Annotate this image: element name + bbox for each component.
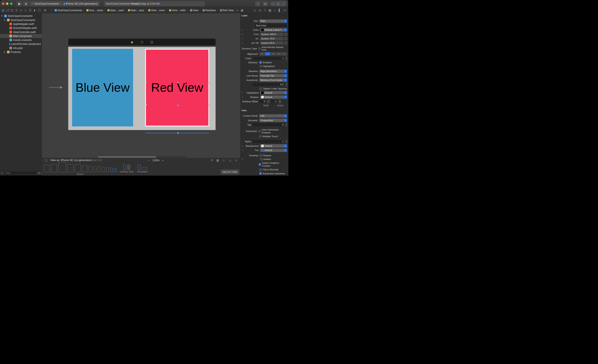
view-as-label[interactable]: View as: iPhone SE (1st generation) (wC … xyxy=(50,159,102,162)
text-type-dropdown[interactable]: Plain xyxy=(259,19,287,23)
zoom-out-button[interactable]: − xyxy=(148,159,150,162)
file-item[interactable]: AppDelegate.swift xyxy=(0,22,42,26)
semantic-dropdown[interactable]: Unspecified xyxy=(259,119,287,122)
enabled-checkbox[interactable] xyxy=(259,61,262,64)
red-view-selected[interactable]: Red View xyxy=(145,49,209,126)
content-mode-dropdown[interactable]: Left xyxy=(259,114,287,117)
toggle-debug[interactable]: ▢ xyxy=(275,1,281,6)
exit-icon[interactable]: ◫ xyxy=(150,40,154,44)
text-content-input[interactable] xyxy=(255,24,287,27)
close-window[interactable] xyxy=(2,2,5,5)
file-inspector-icon[interactable]: ▯ xyxy=(253,8,257,12)
stop-button[interactable]: ■ xyxy=(23,1,29,6)
resolve-icon[interactable]: △ xyxy=(228,158,232,162)
file-item[interactable]: Info.plist xyxy=(0,46,42,50)
file-item[interactable]: LaunchScreen.storyboard xyxy=(0,42,42,46)
align-icon[interactable]: ▦ xyxy=(216,158,219,162)
group-folder[interactable]: ▾SizeClassConstraints xyxy=(0,18,42,22)
cgc-checkbox[interactable] xyxy=(258,163,261,166)
bg-dropdown[interactable]: Default xyxy=(260,144,287,147)
test-navigator-icon[interactable]: ◇ xyxy=(24,8,27,12)
library-button[interactable]: + xyxy=(255,1,261,6)
source-control-icon[interactable]: ⎇ xyxy=(6,8,9,12)
blue-view[interactable]: Blue View xyxy=(72,49,133,126)
project-root[interactable]: ▾SizeClassConstraints xyxy=(0,14,42,18)
handle[interactable] xyxy=(177,82,178,83)
code-review-button[interactable]: ⇄ xyxy=(263,1,268,6)
identity-inspector-icon[interactable]: ▦ xyxy=(268,8,272,12)
breakpoint-navigator-icon[interactable]: ◗ xyxy=(33,8,37,12)
uie-checkbox[interactable] xyxy=(258,130,261,133)
alignment-segmented[interactable]: ≡≡≡≡--- xyxy=(259,52,287,55)
file-item-selected[interactable]: Main.storyboard xyxy=(0,34,42,38)
products-folder[interactable]: ▸Products xyxy=(0,50,42,54)
highlighted-checkbox[interactable] xyxy=(259,65,262,67)
hc-font-field[interactable]: System 70.0 xyxy=(260,37,283,40)
lines-input[interactable] xyxy=(252,57,285,60)
minimize-window[interactable] xyxy=(6,2,8,5)
zoom-in-button[interactable]: + xyxy=(162,159,164,162)
tag-input[interactable] xyxy=(252,123,285,126)
pin-icon[interactable]: ⊢ xyxy=(222,158,226,162)
scheme-selector[interactable]: ✦ SizeClassConstraints 〉 ▮ iPhone SE (2n… xyxy=(30,1,100,6)
dynamic-type-checkbox[interactable] xyxy=(258,47,261,50)
interface-style-selector[interactable] xyxy=(123,165,130,170)
hidden-checkbox[interactable] xyxy=(260,158,263,161)
device-selector[interactable] xyxy=(44,162,116,172)
adjust-icon[interactable]: ≡ xyxy=(235,8,239,12)
scrollbar[interactable] xyxy=(98,156,186,158)
symbol-navigator-icon[interactable]: ◫ xyxy=(10,8,14,12)
assistant-icon[interactable]: ▣ xyxy=(240,8,244,12)
multitouch-checkbox[interactable] xyxy=(259,135,262,138)
issue-navigator-icon[interactable]: ⚠ xyxy=(19,8,23,12)
handle[interactable] xyxy=(209,82,210,83)
autoresize-checkbox[interactable] xyxy=(259,172,262,175)
handle[interactable] xyxy=(209,104,210,105)
add-icon[interactable]: + xyxy=(1,171,3,175)
clip-checkbox[interactable] xyxy=(259,168,262,171)
toggle-navigator[interactable]: ▢ xyxy=(270,1,275,6)
run-button[interactable]: ▶ xyxy=(17,1,22,6)
linebreak-dropdown[interactable]: Truncate Tail xyxy=(259,74,287,77)
embed-in-icon[interactable]: ⎆ xyxy=(234,158,238,162)
history-inspector-icon[interactable]: ◷ xyxy=(258,8,262,12)
handle-constraint[interactable] xyxy=(177,132,179,134)
color-dropdown[interactable]: Default (Label C… xyxy=(260,28,287,31)
alpha-input[interactable] xyxy=(252,140,285,143)
filter-input[interactable] xyxy=(4,171,37,175)
debug-navigator-icon[interactable]: ☰ xyxy=(28,8,32,12)
jump-bar[interactable]: ⊞ 〈〉 SizeClassConstraints〉 Size…raints〉 … xyxy=(42,8,245,13)
vc-icon[interactable]: ◉ xyxy=(130,40,134,44)
toggle-inspector[interactable]: ▢ xyxy=(281,1,286,6)
wchr-font-field[interactable]: System 80.0 xyxy=(260,41,283,45)
handle[interactable] xyxy=(146,104,147,105)
help-inspector-icon[interactable]: ? xyxy=(263,8,267,12)
highlighted-color-dropdown[interactable]: Default xyxy=(260,91,287,94)
zoom-window[interactable] xyxy=(10,2,12,5)
canvas[interactable]: ◉ ⬡ ◫ Blue View Red View xyxy=(42,13,240,158)
attributes-inspector-icon[interactable]: ⟐ xyxy=(273,8,277,12)
project-navigator-icon[interactable]: ▤ xyxy=(1,8,5,12)
outline-toggle-icon[interactable]: ▢ xyxy=(44,158,48,162)
handle[interactable] xyxy=(146,82,147,83)
find-navigator-icon[interactable]: ⍰ xyxy=(15,8,18,12)
font-stepper[interactable] xyxy=(284,32,287,36)
report-navigator-icon[interactable]: ☐ xyxy=(37,8,41,12)
file-item[interactable]: SceneDelegate.swift xyxy=(0,26,42,30)
grid-icon[interactable]: ⊞ xyxy=(43,8,47,12)
file-item[interactable]: ViewController.swift xyxy=(0,30,42,34)
font-field[interactable]: System 160.0 xyxy=(260,32,283,36)
baseline-dropdown[interactable]: Align Baselines xyxy=(259,70,287,73)
clock-icon[interactable]: ◷ xyxy=(38,171,40,175)
connections-inspector-icon[interactable]: ⊙ xyxy=(283,8,287,12)
orientation-selector[interactable] xyxy=(138,165,147,170)
vary-for-traits-button[interactable]: Vary for Traits xyxy=(221,170,239,174)
tighten-checkbox[interactable] xyxy=(259,87,262,90)
file-item[interactable]: Assets.xcassets xyxy=(0,38,42,42)
autoshrink-dropdown[interactable]: Minimum Font Scale xyxy=(259,78,287,81)
first-responder-icon[interactable]: ⬡ xyxy=(140,40,144,44)
handle-center[interactable] xyxy=(177,105,179,106)
tint-dropdown[interactable]: Default xyxy=(260,149,287,152)
embed-icon[interactable]: ⟲ xyxy=(209,158,213,162)
scene-dock[interactable]: ◉ ⬡ ◫ xyxy=(68,39,216,45)
